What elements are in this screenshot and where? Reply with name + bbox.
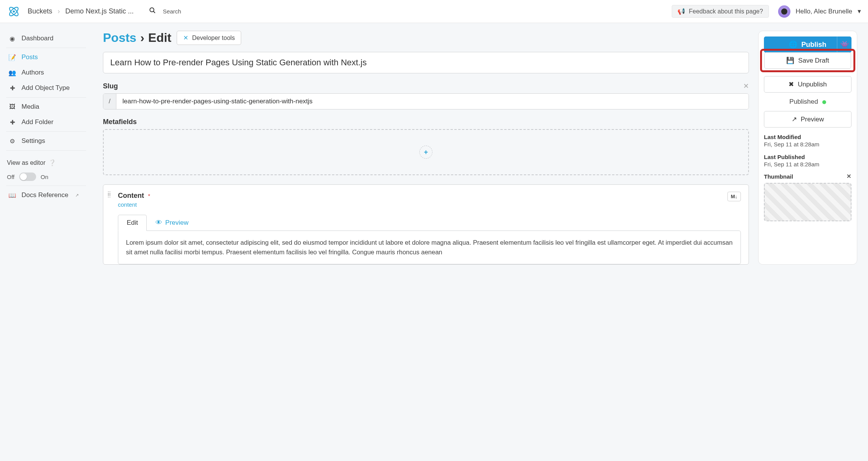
user-menu[interactable]: Hello, Alec Brunelle ▾ (778, 5, 861, 18)
publish-panel: 🌐 Publish 👾 💾 Save Draft ✖ Unpublish Pub… (758, 31, 857, 265)
last-published-value: Fri, Sep 11 at 8:28am (764, 161, 851, 167)
globe-icon: 🌐 (789, 40, 797, 49)
tab-edit[interactable]: Edit (118, 215, 147, 231)
required-indicator: * (148, 192, 150, 199)
markdown-badge[interactable]: M↓ (727, 192, 741, 201)
svg-line-4 (153, 11, 155, 13)
thumbnail-dropzone[interactable] (764, 183, 851, 221)
sidebar-add-object-type[interactable]: ✚ Add Object Type (0, 80, 92, 96)
close-icon: ✖ (788, 80, 794, 88)
chevron-right-icon: › (58, 7, 60, 15)
external-link-icon: ↗ (792, 115, 797, 123)
slug-label: Slug ✕ (103, 82, 749, 90)
external-link-icon: ↗ (75, 193, 79, 198)
sidebar-item-authors[interactable]: 👥 Authors (0, 65, 92, 80)
sidebar: ◉ Dashboard 📝 Posts 👥 Authors ✚ Add Obje… (0, 23, 92, 272)
status-row: Published (764, 98, 851, 106)
save-icon: 💾 (786, 56, 794, 65)
svg-point-3 (150, 8, 154, 12)
breadcrumb-root[interactable]: Buckets (28, 7, 52, 15)
svg-point-2 (13, 10, 15, 12)
posts-icon: 📝 (8, 54, 16, 61)
view-editor-toggle[interactable] (19, 172, 36, 181)
last-modified-value: Fri, Sep 11 at 8:28am (764, 141, 851, 148)
drag-handle-icon[interactable]: ⠿⠿ (107, 192, 112, 197)
view-editor-toggle-row: Off On (0, 169, 92, 184)
megaphone-icon: 📢 (678, 8, 685, 15)
content-block: ⠿⠿ Content * content M↓ Edit 👁 Preview (103, 184, 749, 265)
search-icon (149, 7, 156, 16)
search-label: Search (163, 8, 181, 15)
content-field-label: Content (118, 192, 144, 199)
sidebar-add-folder[interactable]: ✚ Add Folder (0, 114, 92, 130)
caret-down-icon: ▾ (858, 7, 861, 15)
sidebar-item-media[interactable]: 🖼 Media (0, 99, 92, 114)
help-icon[interactable]: ❔ (48, 159, 56, 166)
sidebar-item-settings[interactable]: ⚙ Settings (0, 133, 92, 149)
slug-field: / (103, 93, 749, 109)
plus-icon: ✚ (8, 85, 16, 92)
save-draft-button[interactable]: 💾 Save Draft (764, 52, 851, 69)
topbar: Buckets › Demo Next.js Static ... Search… (0, 0, 868, 23)
plus-icon: ✚ (8, 119, 16, 126)
metafields-dropzone[interactable]: + (103, 129, 749, 175)
last-modified-label: Last Modified (764, 134, 851, 140)
page-title: Posts › Edit ✕ Developer tools (103, 31, 749, 45)
unpublish-button[interactable]: ✖ Unpublish (764, 76, 851, 93)
editor-column: Posts › Edit ✕ Developer tools Slug ✕ / … (103, 31, 749, 265)
developer-tools-button[interactable]: ✕ Developer tools (177, 31, 241, 45)
slug-input[interactable] (116, 94, 749, 109)
add-metafield-button[interactable]: + (419, 146, 432, 159)
book-icon: 📖 (8, 192, 16, 199)
tab-preview[interactable]: 👁 Preview (147, 215, 197, 231)
close-icon[interactable]: ✕ (743, 82, 749, 90)
close-icon[interactable]: ✕ (846, 173, 851, 180)
section-link[interactable]: Posts (103, 31, 136, 45)
slug-prefix: / (103, 94, 116, 109)
feedback-button[interactable]: 📢 Feedback about this page? (672, 5, 769, 18)
app-logo[interactable] (7, 5, 21, 18)
save-draft-highlight: 💾 Save Draft (760, 49, 855, 72)
search-area[interactable]: Search (149, 7, 181, 16)
status-dot-icon (822, 100, 826, 104)
media-icon: 🖼 (8, 103, 16, 110)
gear-icon: ⚙ (8, 138, 16, 145)
chevron-right-icon: › (140, 31, 144, 45)
sidebar-item-posts[interactable]: 📝 Posts (0, 50, 92, 65)
preview-button[interactable]: ↗ Preview (764, 111, 851, 128)
sidebar-docs-reference[interactable]: 📖 Docs Reference ↗ (0, 187, 92, 203)
last-published-label: Last Published (764, 154, 851, 160)
authors-icon: 👥 (8, 69, 16, 76)
title-input[interactable] (103, 52, 749, 73)
content-textarea[interactable]: Lorem ipsum dolor sit amet, consectetur … (118, 230, 741, 264)
view-as-editor-label: View as editor ❔ (0, 152, 92, 169)
sidebar-item-dashboard[interactable]: ◉ Dashboard (0, 31, 92, 46)
content-field-key: content (118, 201, 150, 208)
dashboard-icon: ◉ (8, 35, 16, 42)
breadcrumb: Buckets › Demo Next.js Static ... (28, 7, 134, 15)
avatar (778, 5, 790, 18)
breadcrumb-current[interactable]: Demo Next.js Static ... (65, 7, 134, 15)
thumbnail-label: Thumbnail (764, 173, 793, 180)
metafields-label: Metafields (103, 118, 749, 126)
tools-icon: ✕ (183, 34, 188, 41)
page-mode: Edit (148, 31, 171, 45)
eye-icon: 👁 (156, 219, 162, 227)
